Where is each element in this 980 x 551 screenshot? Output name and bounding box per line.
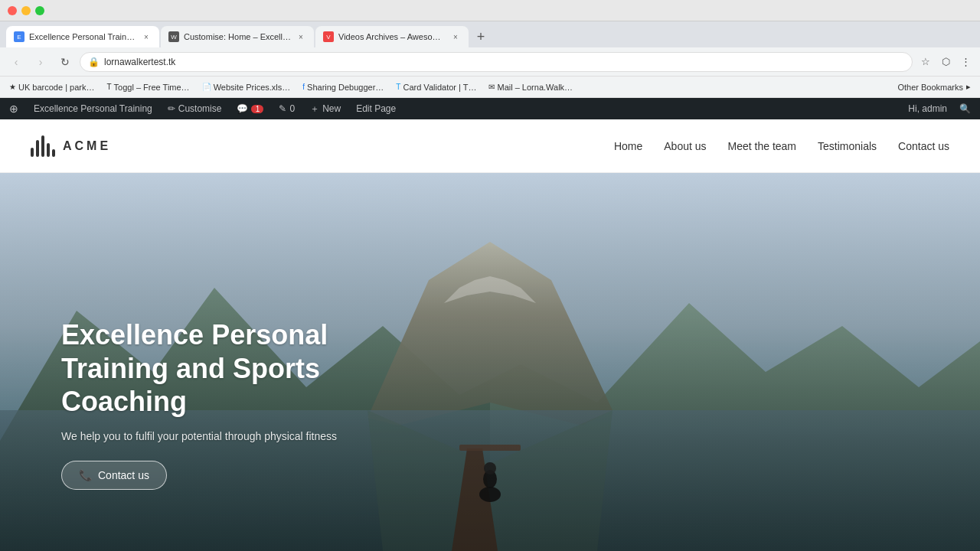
browser-tab-1[interactable]: E Excellence Personal Training – ×: [6, 26, 159, 47]
site-logo[interactable]: ACME: [31, 135, 111, 157]
other-bookmarks[interactable]: Other Bookmarks ▸: [894, 80, 974, 93]
tab-title-3: Videos Archives – Awesome Te…: [338, 32, 446, 41]
settings-icon[interactable]: ⋮: [957, 54, 974, 70]
tab-favicon-2: W: [168, 31, 179, 42]
minimize-button[interactable]: [21, 6, 31, 15]
nav-testimonials[interactable]: Testimonials: [818, 140, 877, 152]
close-button[interactable]: [8, 6, 17, 15]
refresh-button[interactable]: ↻: [55, 52, 75, 72]
wp-hello-label: Hi, admin: [908, 103, 947, 114]
wp-comments2-count: 0: [289, 103, 295, 114]
hero-content: Excellence Personal Training and Sports …: [61, 318, 383, 490]
hero-subtitle: We help you to fulfil your potential thr…: [61, 430, 383, 442]
forward-button[interactable]: ›: [31, 52, 51, 72]
bookmark-item-3[interactable]: 📄 Website Prices.xls…: [199, 81, 294, 93]
other-bookmarks-chevron: ▸: [966, 82, 971, 92]
bookmark-icon-3: 📄: [202, 83, 211, 91]
wp-admin-bar: ⊕ Excellence Personal Training ✏ Customi…: [0, 98, 980, 119]
wp-comments-icon: 💬: [237, 103, 248, 114]
maximize-button[interactable]: [35, 6, 44, 15]
wp-admin-right: Hi, admin 🔍: [905, 103, 974, 114]
wp-comments2-item[interactable]: ✎ 0: [276, 103, 298, 114]
tab-title-1: Excellence Personal Training –: [29, 32, 136, 41]
tab-favicon-1: E: [14, 31, 24, 42]
bookmark-item-6[interactable]: ✉ Mail – Lorna.Walk…: [485, 81, 576, 93]
logo-text: ACME: [63, 139, 111, 153]
logo-bar-3: [41, 135, 44, 157]
bookmark-item-4[interactable]: f Sharing Debugger…: [299, 81, 387, 93]
browser-tab-3[interactable]: V Videos Archives – Awesome Te… ×: [315, 26, 469, 47]
hero-cta-icon: 📞: [79, 469, 92, 481]
site-nav: Home About us Meet the team Testimonials…: [614, 140, 949, 152]
tab-close-3[interactable]: ×: [450, 31, 461, 42]
nav-contact-us[interactable]: Contact us: [898, 140, 949, 152]
wp-hello-item[interactable]: Hi, admin: [905, 103, 950, 114]
bookmark-label-2: Toggl – Free Time…: [114, 83, 190, 92]
other-bookmarks-label: Other Bookmarks: [897, 83, 963, 92]
bookmark-item-2[interactable]: T Toggl – Free Time…: [103, 81, 192, 93]
bookmark-label-6: Mail – Lorna.Walk…: [497, 83, 573, 92]
tab-title-2: Customise: Home – Excellence…: [184, 32, 291, 41]
address-bar-row: ‹ › ↻ 🔒 lornawalkertest.tk ☆ ⬡ ⋮: [0, 47, 980, 77]
bookmark-label-3: Website Prices.xls…: [214, 83, 291, 92]
bookmark-label-4: Sharing Debugger…: [307, 83, 384, 92]
browser-tab-2[interactable]: W Customise: Home – Excellence… ×: [161, 26, 314, 47]
bookmark-item-1[interactable]: ★ UK barcode | park…: [6, 81, 97, 93]
logo-bar-4: [47, 143, 50, 157]
extensions-icon[interactable]: ⬡: [937, 54, 954, 70]
titlebar: [0, 0, 980, 21]
logo-bar-5: [52, 149, 55, 157]
wp-comments2-icon: ✎: [279, 103, 286, 114]
wp-site-name-label: Excellence Personal Training: [34, 103, 152, 114]
toolbar-icons: ☆ ⬡ ⋮: [917, 54, 974, 70]
wp-logo-icon: ⊕: [9, 103, 18, 115]
nav-about-us[interactable]: About us: [664, 140, 706, 152]
wp-site-name[interactable]: Excellence Personal Training: [31, 103, 155, 114]
wp-comments-badge: 1: [251, 105, 263, 113]
logo-bar-1: [31, 148, 34, 157]
wp-edit-page-label: Edit Page: [356, 103, 396, 114]
wp-customise-icon: ✏: [168, 103, 175, 114]
back-button[interactable]: ‹: [6, 52, 26, 72]
hero-section: Excellence Personal Training and Sports …: [0, 173, 980, 551]
tab-close-1[interactable]: ×: [141, 31, 152, 42]
new-tab-button[interactable]: +: [470, 26, 492, 47]
bookmarks-bar: ★ UK barcode | park… T Toggl – Free Time…: [0, 77, 980, 98]
bookmark-icon-1: ★: [9, 83, 16, 91]
url-text: lornawalkertest.tk: [104, 57, 904, 67]
bookmark-icon-5: T: [396, 83, 400, 91]
tab-favicon-3: V: [323, 31, 334, 42]
wp-comments-item[interactable]: 💬 1: [234, 103, 266, 114]
wp-logo-item[interactable]: ⊕: [6, 103, 21, 115]
logo-bar-2: [36, 140, 39, 157]
bookmark-icon-4: f: [302, 83, 305, 91]
site-header: ACME Home About us Meet the team Testimo…: [0, 119, 980, 173]
wp-edit-page-item[interactable]: Edit Page: [353, 103, 399, 114]
hero-cta-label: Contact us: [98, 469, 149, 481]
tab-close-2[interactable]: ×: [296, 31, 306, 42]
bookmark-icon-6: ✉: [488, 83, 495, 91]
wp-search-icon: 🔍: [959, 103, 971, 114]
secure-icon: 🔒: [88, 57, 100, 67]
hero-cta-button[interactable]: 📞 Contact us: [61, 461, 167, 490]
wp-new-label: New: [322, 103, 341, 114]
wp-customise-label: Customise: [178, 103, 222, 114]
logo-bars-icon: [31, 135, 55, 157]
hero-title: Excellence Personal Training and Sports …: [61, 318, 383, 418]
bookmark-icon-2: T: [106, 83, 111, 91]
wp-customise[interactable]: ✏ Customise: [165, 103, 225, 114]
browser-tabs: E Excellence Personal Training – × W Cus…: [0, 21, 980, 47]
bookmark-item-5[interactable]: T Card Validator | T…: [393, 81, 479, 93]
wp-new-item[interactable]: ＋ New: [307, 103, 344, 116]
nav-home[interactable]: Home: [614, 140, 642, 152]
bookmark-star-icon[interactable]: ☆: [917, 54, 934, 70]
address-bar[interactable]: 🔒 lornawalkertest.tk: [80, 52, 913, 72]
wp-new-icon: ＋: [310, 103, 319, 116]
bookmark-label-1: UK barcode | park…: [18, 83, 94, 92]
nav-meet-the-team[interactable]: Meet the team: [728, 140, 797, 152]
bookmark-label-5: Card Validator | T…: [403, 83, 476, 92]
wp-search-item[interactable]: 🔍: [956, 103, 974, 114]
